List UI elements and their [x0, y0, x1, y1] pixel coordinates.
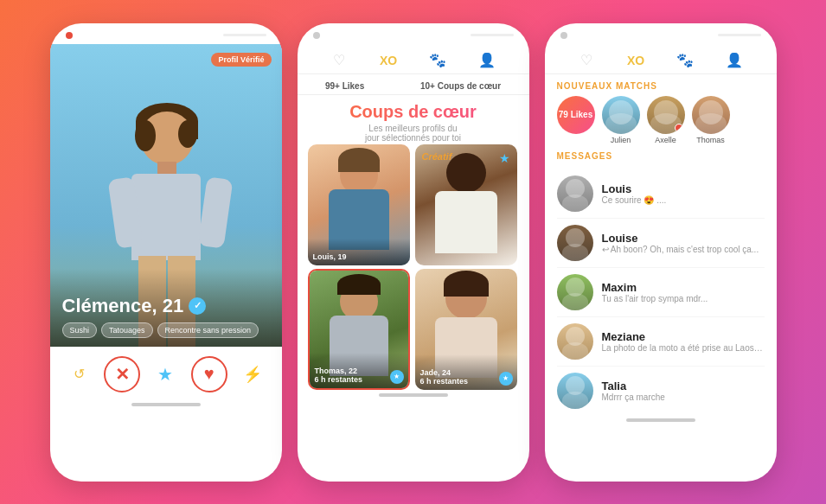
message-louise[interactable]: Louise ↩ Ah boon? Oh, mais c'est trop co…	[557, 219, 765, 268]
tag-sushi: Sushi	[62, 322, 98, 338]
messages-list: Louis Ce sourire 😍 .... Louise ↩ Ah boon…	[545, 169, 777, 415]
coups-de-coeur-subtitle: Les meilleurs profils dujour sélectionné…	[315, 124, 512, 143]
status-bar-2	[298, 23, 529, 44]
talia-name: Talia	[602, 380, 765, 392]
home-bar-2	[379, 393, 448, 397]
cards-bottom-row: Thomas, 226 h restantes ★ Jade, 246 h re…	[298, 265, 529, 390]
boost-button[interactable]: ⚡	[237, 359, 268, 390]
match-thomas[interactable]: Thomas	[692, 96, 730, 144]
creatif-label: Créatif	[422, 151, 452, 162]
message-meziane[interactable]: Meziane La photo de la moto a été prise …	[557, 317, 765, 367]
section-header: Coups de cœur Les meilleurs profils dujo…	[298, 95, 529, 144]
match-axelle[interactable]: Axelle	[647, 96, 685, 144]
message-louis[interactable]: Louis Ce sourire 😍 ....	[557, 169, 765, 219]
messages-section-header: MESSAGES	[545, 151, 777, 169]
nouveaux-matchs-title: NOUVEAUX MATCHS	[557, 81, 765, 91]
status-bar-1	[50, 23, 282, 44]
card-jade-star: ★	[499, 372, 513, 386]
status-dot-1	[66, 32, 73, 39]
thomas-avatar	[692, 96, 730, 134]
louis-preview: Ce sourire 😍 ....	[602, 195, 765, 205]
nav-paw-icon[interactable]: 🐾	[428, 51, 447, 70]
phone-3: ♡ XO 🐾 👤 NOUVEAUX MATCHS 79 Likes Julien	[545, 23, 777, 482]
maxim-name: Maxim	[602, 281, 765, 294]
nav-paw-icon-3[interactable]: 🐾	[676, 51, 695, 70]
thomas-name: Thomas	[696, 136, 725, 144]
meziane-message: Meziane La photo de la moto a été prise …	[602, 330, 765, 353]
tag-tatouages: Tatouages	[101, 322, 153, 338]
home-bar-1	[131, 403, 201, 406]
message-talia[interactable]: Talia Mdrrr ça marche	[557, 367, 765, 415]
matches-list: 79 Likes Julien Axelle	[557, 96, 765, 144]
card-creatif[interactable]: Créatif ★	[415, 144, 517, 265]
meziane-name: Meziane	[602, 330, 765, 343]
undo-button[interactable]: ↺	[63, 359, 94, 390]
nav-person-icon-3[interactable]: 👤	[725, 51, 744, 70]
maxim-avatar	[557, 274, 593, 310]
phone-2: ♡ XO 🐾 👤 99+ Likes 10+ Coups de cœur Cou…	[298, 23, 529, 482]
nav-person-icon[interactable]: 👤	[477, 51, 496, 70]
home-bar-3	[626, 418, 695, 422]
verified-icon: ✓	[189, 297, 206, 315]
julien-avatar	[602, 96, 640, 134]
card-thomas-star: ★	[390, 370, 404, 384]
louise-avatar	[557, 225, 593, 261]
nope-button[interactable]: ✕	[104, 356, 140, 392]
nav-heart-icon-3[interactable]: ♡	[577, 51, 596, 70]
status-bar-3	[545, 23, 777, 44]
nav-xo-icon[interactable]: XO	[379, 51, 398, 70]
tag-rencontre: Rencontre sans pression	[157, 322, 259, 338]
card-louis-label: Louis, 19	[308, 239, 410, 265]
axelle-avatar	[647, 96, 685, 134]
nouveaux-matchs-section: NOUVEAUX MATCHS 79 Likes Julien	[545, 74, 777, 151]
match-likes[interactable]: 79 Likes	[557, 96, 595, 134]
louis-name: Louis	[602, 182, 765, 195]
meziane-avatar	[557, 323, 593, 360]
axelle-dot	[675, 124, 683, 132]
card-louis[interactable]: Louis, 19	[308, 144, 410, 265]
louise-message: Louise ↩ Ah boon? Oh, mais c'est trop co…	[602, 232, 765, 254]
verified-badge: Profil Vérifié	[211, 53, 271, 67]
cards-top-row: Louis, 19 Créatif ★	[298, 144, 529, 265]
louis-message: Louis Ce sourire 😍 ....	[602, 182, 765, 205]
likes-avatar: 79 Likes	[557, 96, 595, 134]
meziane-preview: La photo de la moto a été prise au Laos …	[602, 343, 765, 353]
like-button[interactable]: ♥	[191, 356, 227, 392]
stats-bar: 99+ Likes 10+ Coups de cœur	[298, 74, 529, 95]
message-maxim[interactable]: Maxim Tu as l'air trop sympa mdr...	[557, 268, 765, 317]
maxim-message: Maxim Tu as l'air trop sympa mdr...	[602, 281, 765, 303]
axelle-name: Axelle	[655, 136, 676, 144]
louise-preview: ↩ Ah boon? Oh, mais c'est trop cool ça..…	[602, 245, 765, 254]
card-jade[interactable]: Jade, 246 h restantes ★	[415, 269, 517, 390]
nav-xo-icon-3[interactable]: XO	[626, 51, 645, 70]
coups-de-coeur-title: Coups de cœur	[315, 102, 512, 122]
profile-photo: Profil Vérifié Clémence, 21 ✓ Sushi Tato…	[50, 44, 282, 347]
stat-coups: 10+ Coups de cœur	[420, 81, 501, 91]
phone-1: Profil Vérifié Clémence, 21 ✓ Sushi Tato…	[50, 23, 282, 482]
talia-avatar	[557, 373, 593, 409]
messages-title: MESSAGES	[557, 151, 765, 161]
stat-likes: 99+ Likes	[325, 81, 364, 91]
status-dot-3	[560, 32, 567, 39]
status-line-1	[223, 34, 266, 36]
maxim-preview: Tu as l'air trop sympa mdr...	[602, 294, 765, 303]
louis-avatar	[557, 175, 593, 212]
action-bar: ↺ ✕ ★ ♥ ⚡	[50, 347, 282, 399]
super-like-button[interactable]: ★	[150, 359, 181, 390]
nav-bar-3: ♡ XO 🐾 👤	[545, 44, 777, 74]
profile-tags: Sushi Tatouages Rencontre sans pression	[62, 322, 270, 338]
talia-preview: Mdrrr ça marche	[602, 392, 765, 402]
status-line-3	[718, 34, 761, 36]
status-dot-2	[313, 32, 320, 39]
talia-message: Talia Mdrrr ça marche	[602, 380, 765, 402]
card-thomas[interactable]: Thomas, 226 h restantes ★	[308, 269, 410, 390]
julien-name: Julien	[611, 136, 631, 144]
profile-name: Clémence, 21 ✓	[62, 295, 270, 317]
nav-bar-2: ♡ XO 🐾 👤	[298, 44, 529, 74]
profile-info: Clémence, 21 ✓ Sushi Tatouages Rencontre…	[50, 269, 282, 347]
match-julien[interactable]: Julien	[602, 96, 640, 144]
louise-name: Louise	[602, 232, 765, 245]
nav-heart-icon[interactable]: ♡	[330, 51, 349, 70]
creatif-star-icon: ★	[499, 151, 510, 165]
status-line-2	[471, 34, 514, 36]
